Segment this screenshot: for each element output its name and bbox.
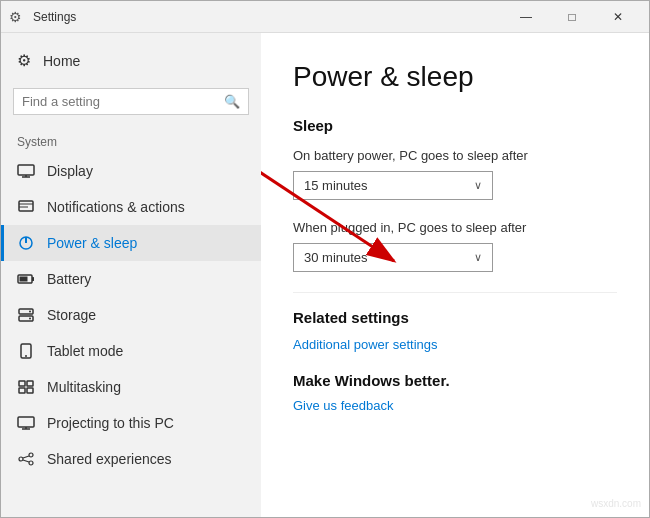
- minimize-button[interactable]: —: [503, 1, 549, 33]
- svg-rect-3: [19, 201, 33, 211]
- svg-point-16: [25, 355, 27, 357]
- related-section: Related settings Additional power settin…: [293, 309, 617, 352]
- window-title: Settings: [33, 10, 503, 24]
- battery-sleep-dropdown[interactable]: 15 minutes ∨: [293, 171, 493, 200]
- feedback-link[interactable]: Give us feedback: [293, 398, 393, 413]
- svg-rect-0: [18, 165, 34, 175]
- storage-label: Storage: [47, 307, 96, 323]
- battery-icon: [17, 273, 35, 285]
- sidebar-item-multitasking[interactable]: Multitasking: [1, 369, 261, 405]
- home-icon: ⚙: [17, 51, 31, 70]
- battery-dropdown-chevron: ∨: [474, 179, 482, 192]
- shared-label: Shared experiences: [47, 451, 172, 467]
- shared-icon: [17, 452, 35, 466]
- svg-rect-20: [27, 388, 33, 393]
- settings-icon: ⚙: [9, 9, 25, 25]
- multitasking-icon: [17, 380, 35, 394]
- sidebar-item-notifications[interactable]: Notifications & actions: [1, 189, 261, 225]
- svg-line-27: [23, 456, 29, 458]
- tablet-icon: [17, 343, 35, 359]
- watermark: wsxdn.com: [591, 498, 641, 509]
- maximize-button[interactable]: □: [549, 1, 595, 33]
- svg-point-14: [29, 318, 31, 320]
- search-box[interactable]: 🔍: [13, 88, 249, 115]
- annotation-arrow: [261, 33, 649, 517]
- sidebar-item-display[interactable]: Display: [1, 153, 261, 189]
- search-icon: 🔍: [224, 94, 240, 109]
- section-divider: [293, 292, 617, 293]
- plugged-sleep-value: 30 minutes: [304, 250, 368, 265]
- power-label: Power & sleep: [47, 235, 137, 251]
- make-better-section: Make Windows better. Give us feedback: [293, 372, 617, 413]
- display-icon: [17, 164, 35, 178]
- home-label: Home: [43, 53, 80, 69]
- notifications-icon: [17, 199, 35, 215]
- svg-rect-17: [19, 381, 25, 386]
- battery-sleep-value: 15 minutes: [304, 178, 368, 193]
- plugged-sleep-dropdown[interactable]: 30 minutes ∨: [293, 243, 493, 272]
- svg-rect-19: [19, 388, 25, 393]
- search-input[interactable]: [22, 94, 224, 109]
- sidebar-section-label: System: [1, 123, 261, 153]
- window-controls: — □ ✕: [503, 1, 641, 33]
- sidebar-item-home[interactable]: ⚙ Home: [1, 41, 261, 80]
- svg-rect-18: [27, 381, 33, 386]
- svg-point-26: [29, 461, 33, 465]
- svg-rect-21: [18, 417, 34, 427]
- sidebar-item-battery[interactable]: Battery: [1, 261, 261, 297]
- sidebar-item-tablet[interactable]: Tablet mode: [1, 333, 261, 369]
- battery-sleep-label: On battery power, PC goes to sleep after: [293, 148, 617, 163]
- sleep-section-title: Sleep: [293, 117, 617, 134]
- svg-point-24: [19, 457, 23, 461]
- svg-line-28: [23, 460, 29, 462]
- sidebar-item-projecting[interactable]: Projecting to this PC: [1, 405, 261, 441]
- sleep-section: Sleep On battery power, PC goes to sleep…: [293, 117, 617, 272]
- close-button[interactable]: ✕: [595, 1, 641, 33]
- notifications-label: Notifications & actions: [47, 199, 185, 215]
- related-title: Related settings: [293, 309, 617, 326]
- make-better-title: Make Windows better.: [293, 372, 617, 389]
- title-bar: ⚙ Settings — □ ✕: [1, 1, 649, 33]
- svg-rect-10: [20, 277, 28, 282]
- display-label: Display: [47, 163, 93, 179]
- projecting-label: Projecting to this PC: [47, 415, 174, 431]
- sidebar-item-power[interactable]: Power & sleep: [1, 225, 261, 261]
- power-icon: [17, 235, 35, 251]
- svg-point-25: [29, 453, 33, 457]
- settings-window: ⚙ Settings — □ ✕ ⚙ Home 🔍 System Dis: [0, 0, 650, 518]
- additional-power-link[interactable]: Additional power settings: [293, 337, 438, 352]
- sidebar-item-storage[interactable]: Storage: [1, 297, 261, 333]
- page-title: Power & sleep: [293, 61, 617, 93]
- battery-label: Battery: [47, 271, 91, 287]
- sidebar: ⚙ Home 🔍 System Display Notifications & …: [1, 33, 261, 517]
- sidebar-item-shared[interactable]: Shared experiences: [1, 441, 261, 477]
- svg-rect-9: [32, 277, 34, 281]
- content-area: ⚙ Home 🔍 System Display Notifications & …: [1, 33, 649, 517]
- main-content: Power & sleep Sleep On battery power, PC…: [261, 33, 649, 517]
- svg-point-13: [29, 311, 31, 313]
- storage-icon: [17, 308, 35, 322]
- plugged-sleep-label: When plugged in, PC goes to sleep after: [293, 220, 617, 235]
- plugged-dropdown-chevron: ∨: [474, 251, 482, 264]
- tablet-label: Tablet mode: [47, 343, 123, 359]
- projecting-icon: [17, 416, 35, 430]
- multitasking-label: Multitasking: [47, 379, 121, 395]
